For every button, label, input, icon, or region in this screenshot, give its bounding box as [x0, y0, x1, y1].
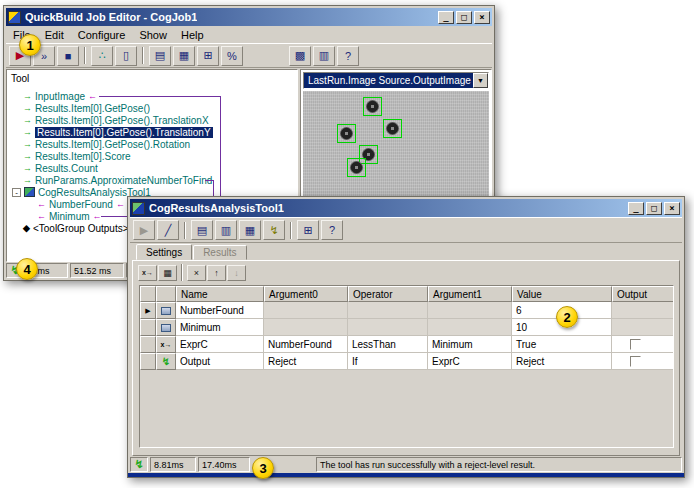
move-down-button[interactable]: ↓: [227, 265, 246, 281]
window-layout-button[interactable]: ▩: [289, 46, 311, 66]
match-region-box: [337, 124, 356, 143]
cell-argument0[interactable]: NumberFound: [264, 336, 348, 353]
output-arrow-icon: →: [23, 91, 32, 101]
tree-item-minimum[interactable]: ← Minimum ←: [37, 210, 102, 222]
cell-name[interactable]: NumberFound: [176, 302, 264, 319]
callout-2: 2: [556, 306, 578, 328]
grid-row-numberfound: ▶ NumberFound 6: [140, 302, 673, 319]
cell-name[interactable]: Output: [176, 353, 264, 370]
run-success-icon: ↯: [130, 457, 148, 472]
tree-item-numberfound[interactable]: ← NumberFound ←: [37, 198, 125, 210]
electric-button[interactable]: ↯: [263, 220, 285, 240]
cell-argument0[interactable]: Reject: [264, 353, 348, 370]
tool-total-time: 17.40ms: [198, 457, 250, 472]
collapse-icon[interactable]: -: [12, 188, 21, 197]
show-grid-button[interactable]: ▦: [158, 265, 177, 281]
link-line: [99, 96, 220, 97]
run-tool-button[interactable]: ▶: [133, 220, 155, 240]
report-button[interactable]: ▯: [115, 46, 137, 66]
output-arrow-icon: →: [23, 127, 32, 137]
delete-button[interactable]: ×: [187, 265, 206, 281]
tree-item-translationx[interactable]: → Results.Item[0].GetPose().TranslationX: [23, 114, 209, 126]
quickbuild-titlebar[interactable]: QuickBuild Job Editor - CogJob1 _ □ ×: [6, 8, 492, 26]
cell-operator: [348, 302, 428, 319]
menu-show[interactable]: Show: [132, 28, 174, 42]
add-terminal-button[interactable]: x→: [138, 265, 157, 281]
view-image-button[interactable]: ▤: [149, 46, 171, 66]
output-arrow-icon: →: [23, 175, 32, 185]
tool-status-message: The tool has run successfully with a rej…: [316, 457, 682, 472]
view-split-button[interactable]: ⊞: [197, 46, 219, 66]
cell-argument0: [264, 319, 348, 336]
found-part: [366, 100, 379, 113]
step-button[interactable]: ∴: [91, 46, 113, 66]
terminal-mini-toolbar: x→ ▦ × ↑ ↓: [138, 264, 246, 281]
import-button[interactable]: ▦: [239, 220, 261, 240]
cell-operator[interactable]: LessThan: [348, 336, 428, 353]
move-up-button[interactable]: ↑: [207, 265, 226, 281]
tree-item-runparams[interactable]: → RunParams.ApproximateNumberToFind: [23, 174, 212, 186]
tab-results[interactable]: Results: [193, 245, 246, 260]
cell-name[interactable]: Minimum: [176, 319, 264, 336]
cell-argument1[interactable]: Minimum: [428, 336, 512, 353]
cell-argument1[interactable]: ExprC: [428, 353, 512, 370]
cell-argument1: [428, 302, 512, 319]
stop-button[interactable]: ■: [57, 46, 79, 66]
close-button[interactable]: ×: [664, 202, 680, 215]
cell-name[interactable]: ExprC: [176, 336, 264, 353]
view-grid-button[interactable]: ▦: [173, 46, 195, 66]
close-button[interactable]: ×: [474, 11, 490, 24]
tree-item-translationy-selected[interactable]: → Results.Item[0].GetPose().TranslationY: [23, 126, 213, 138]
link-line: [205, 180, 213, 181]
tree-item-count[interactable]: → Results.Count: [23, 162, 98, 174]
help-button[interactable]: ?: [337, 46, 359, 66]
maximize-button[interactable]: □: [456, 11, 472, 24]
open-button[interactable]: ▤: [191, 220, 213, 240]
row-header[interactable]: [140, 353, 156, 370]
zoom-button[interactable]: %: [221, 46, 243, 66]
tree-item-inputimage[interactable]: → InputImage ←: [23, 90, 97, 102]
total-time: 51.52 ms: [70, 263, 124, 278]
row-header[interactable]: [140, 336, 156, 353]
tool-window-title: CogResultsAnalysisTool1: [149, 202, 284, 214]
current-row-marker[interactable]: ▶: [140, 302, 156, 319]
minimize-button[interactable]: _: [438, 11, 454, 24]
image-source-combobox[interactable]: LastRun.Image Source.OutputImage ▼: [303, 72, 489, 89]
cell-value[interactable]: Reject: [512, 353, 612, 370]
tab-settings[interactable]: Settings: [136, 244, 192, 260]
tool-statusbar: ↯ 8.81ms 17.40ms The tool has run succes…: [130, 456, 682, 472]
cell-output: [612, 336, 674, 353]
column-header-name: Name: [176, 286, 264, 302]
edit-terminals-button[interactable]: ╱: [157, 220, 179, 240]
window-cascade-button[interactable]: ▥: [313, 46, 335, 66]
grid-row-output: ↯ Output Reject If ExprC Reject: [140, 353, 673, 370]
found-part: [350, 161, 363, 174]
menu-configure[interactable]: Configure: [71, 28, 133, 42]
input-link-arrow-icon: ←: [116, 199, 125, 209]
maximize-button[interactable]: □: [646, 202, 662, 215]
menu-edit[interactable]: Edit: [38, 28, 71, 42]
minimize-button[interactable]: _: [628, 202, 644, 215]
views-button[interactable]: ⊞: [297, 220, 319, 240]
window-bottom-edge: [128, 473, 684, 477]
menu-help[interactable]: Help: [174, 28, 211, 42]
tree-item-getpose[interactable]: → Results.Item[0].GetPose(): [23, 102, 150, 114]
output-checkbox[interactable]: [630, 356, 641, 367]
diamond-icon: ◆: [23, 223, 30, 233]
cell-output: [612, 353, 674, 370]
tree-item-toolgroup-outputs[interactable]: ◆ <ToolGroup Outputs>: [23, 222, 129, 234]
chevron-down-icon[interactable]: ▼: [473, 73, 488, 88]
tree-item-rotation[interactable]: → Results.Item[0].GetPose().Rotation: [23, 138, 190, 150]
help-button[interactable]: ?: [321, 220, 343, 240]
output-checkbox[interactable]: [630, 339, 641, 350]
cell-value[interactable]: True: [512, 336, 612, 353]
toolbar-separator: [181, 264, 183, 281]
match-region-box: [383, 119, 402, 138]
save-button[interactable]: ▥: [215, 220, 237, 240]
tool-titlebar[interactable]: CogResultsAnalysisTool1 _ □ ×: [130, 199, 682, 217]
column-header-output: Output: [612, 286, 674, 302]
window-title: QuickBuild Job Editor - CogJob1: [25, 11, 197, 23]
tree-item-score[interactable]: → Results.Item[0].Score: [23, 150, 131, 162]
row-header[interactable]: [140, 319, 156, 336]
cell-operator[interactable]: If: [348, 353, 428, 370]
